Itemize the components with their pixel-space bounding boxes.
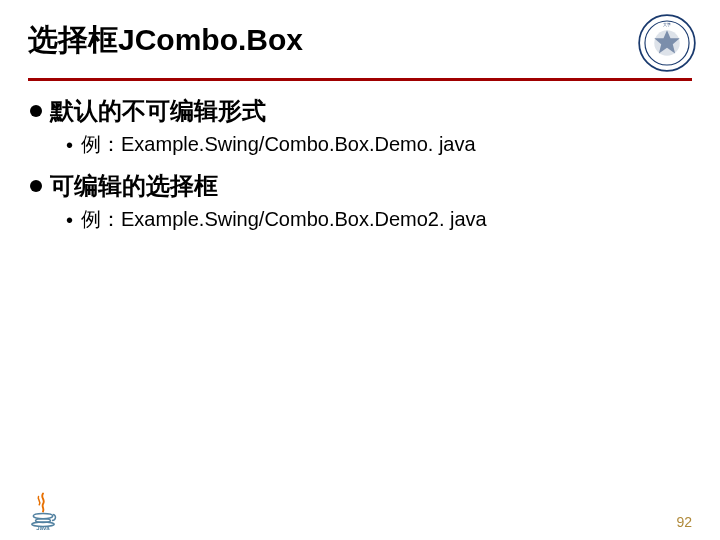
svg-point-4 [33, 513, 53, 518]
content-area: 默认的不可编辑形式 • 例：Example.Swing/Combo.Box.De… [28, 95, 692, 233]
bullet1-sub: 例：Example.Swing/Combo.Box.Demo. java [81, 131, 476, 158]
title-underline [28, 78, 692, 81]
dot-bullet-icon: • [66, 135, 73, 155]
bullet2-sub: 例：Example.Swing/Combo.Box.Demo2. java [81, 206, 487, 233]
svg-text:大学: 大学 [663, 22, 671, 27]
bullet-level2: • 例：Example.Swing/Combo.Box.Demo2. java [66, 206, 692, 233]
university-seal-icon: 大学 [638, 14, 696, 72]
svg-text:Java: Java [36, 525, 50, 531]
slide-title: 选择框JCombo.Box [28, 18, 303, 61]
disc-bullet-icon [30, 180, 42, 192]
java-logo-icon: Java [28, 490, 58, 530]
page-number: 92 [676, 514, 692, 530]
bullet-level2: • 例：Example.Swing/Combo.Box.Demo. java [66, 131, 692, 158]
footer: Java 92 [0, 490, 720, 530]
bullet1-heading: 默认的不可编辑形式 [50, 95, 266, 127]
bullet2-heading: 可编辑的选择框 [50, 170, 218, 202]
dot-bullet-icon: • [66, 210, 73, 230]
bullet-level1: 默认的不可编辑形式 [30, 95, 692, 127]
disc-bullet-icon [30, 105, 42, 117]
title-row: 选择框JCombo.Box 大学 [28, 18, 692, 72]
slide-container: 选择框JCombo.Box 大学 默认的不可编辑形式 • 例：Example.S… [0, 0, 720, 540]
bullet-level1: 可编辑的选择框 [30, 170, 692, 202]
